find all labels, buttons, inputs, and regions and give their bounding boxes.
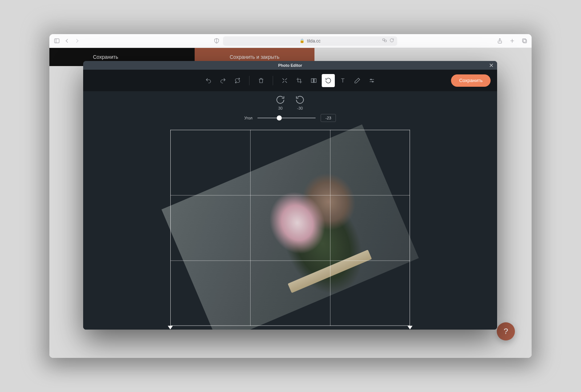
svg-rect-17 xyxy=(314,78,316,82)
help-button[interactable]: ? xyxy=(497,322,515,340)
text-tool[interactable] xyxy=(336,74,349,87)
rotate-controls: 30 -30 Угол xyxy=(83,95,497,122)
reset-button[interactable] xyxy=(231,74,244,87)
svg-line-14 xyxy=(283,81,284,83)
help-icon: ? xyxy=(504,327,508,336)
editor-toolbar: Сохранить xyxy=(83,70,497,91)
browser-window: 🔒 tilda.cc xyxy=(49,34,532,358)
editor-save-label: Сохранить xyxy=(459,78,483,83)
tabs-overview-icon[interactable] xyxy=(521,37,528,45)
toolbar-separator xyxy=(249,76,249,85)
sidebar-toggle-icon[interactable] xyxy=(53,37,60,45)
svg-rect-8 xyxy=(523,40,526,43)
adjust-tool[interactable] xyxy=(365,74,378,87)
svg-line-12 xyxy=(283,78,284,80)
svg-rect-16 xyxy=(311,78,313,82)
back-button[interactable] xyxy=(63,37,70,45)
rotate-ccw-30-button[interactable]: -30 xyxy=(295,95,305,110)
svg-rect-9 xyxy=(522,39,525,42)
angle-label: Угол xyxy=(244,116,253,120)
editor-canvas-area: 30 -30 Угол xyxy=(83,91,497,330)
translate-icon[interactable] xyxy=(382,38,387,44)
angle-slider[interactable] xyxy=(257,115,316,121)
browser-toolbar: 🔒 tilda.cc xyxy=(49,34,532,48)
editor-save-button[interactable]: Сохранить xyxy=(451,74,491,87)
reload-icon[interactable] xyxy=(389,38,394,44)
svg-line-13 xyxy=(285,78,287,80)
crop-handle-right[interactable] xyxy=(407,326,413,330)
canvas[interactable] xyxy=(167,138,414,330)
photo-editor-modal: Photo Editor xyxy=(83,61,497,330)
share-icon[interactable] xyxy=(496,37,503,45)
toolbar-separator xyxy=(273,76,273,85)
angle-input[interactable] xyxy=(321,114,336,122)
privacy-shield-icon[interactable] xyxy=(213,37,220,45)
address-bar-actions xyxy=(382,38,394,44)
crop-handle-left[interactable] xyxy=(168,326,173,330)
rotate-tool[interactable] xyxy=(322,74,335,87)
redo-button[interactable] xyxy=(216,74,229,87)
modal-title: Photo Editor xyxy=(278,63,302,68)
resize-tool[interactable] xyxy=(278,74,291,87)
crop-overlay[interactable] xyxy=(170,130,410,326)
rotate-cw-label: 30 xyxy=(278,106,283,110)
undo-button[interactable] xyxy=(202,74,215,87)
modal-titlebar: Photo Editor xyxy=(83,61,497,70)
flip-tool[interactable] xyxy=(307,74,320,87)
delete-button[interactable] xyxy=(255,74,268,87)
url-host: tilda.cc xyxy=(307,38,320,44)
rotate-cw-30-button[interactable]: 30 xyxy=(276,95,285,110)
new-tab-icon[interactable] xyxy=(508,37,516,45)
svg-rect-0 xyxy=(54,39,59,43)
svg-line-15 xyxy=(285,81,287,83)
draw-tool[interactable] xyxy=(351,74,364,87)
modal-close-button[interactable] xyxy=(488,62,495,69)
crop-tool[interactable] xyxy=(293,74,306,87)
lock-icon: 🔒 xyxy=(300,38,305,43)
angle-slider-thumb[interactable] xyxy=(277,115,282,121)
rotate-ccw-label: -30 xyxy=(297,106,303,110)
address-bar[interactable]: 🔒 tilda.cc xyxy=(223,36,397,46)
forward-button xyxy=(73,37,81,45)
